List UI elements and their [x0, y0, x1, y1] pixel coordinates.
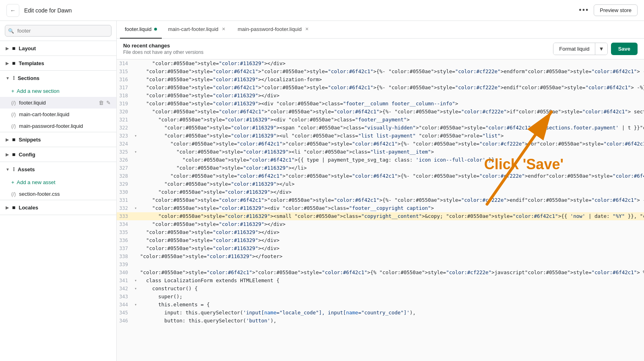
sidebar-item-footer-liquid[interactable]: (/) footer.liquid 🗑 ✎	[0, 97, 116, 109]
fold-arrow[interactable]	[134, 84, 140, 92]
line-number: 346	[117, 317, 134, 325]
add-new-asset-button[interactable]: + Add a new asset	[0, 176, 116, 188]
add-new-section-button[interactable]: + Add a new section	[0, 85, 116, 97]
code-line: 317 "color:#0550ae">style="color:#6f42c1…	[117, 84, 644, 92]
code-line: 338"color:#0550ae">style="color:#116329"…	[117, 252, 644, 260]
chevron-right-icon: ▶	[6, 46, 9, 51]
fold-arrow[interactable]: ▾	[134, 301, 140, 309]
fold-arrow[interactable]	[134, 260, 140, 269]
fold-arrow[interactable]	[134, 76, 140, 84]
sidebar-item-templates[interactable]: ▶ ■ Templates	[0, 56, 116, 70]
fold-arrow[interactable]	[134, 317, 140, 325]
layout-label: Layout	[19, 45, 36, 51]
code-line: 320 "color:#0550ae">style="color:#6f42c1…	[117, 108, 644, 116]
code-line: 340"color:#0550ae">style="color:#6f42c1"…	[117, 269, 644, 277]
fold-arrow[interactable]	[134, 140, 140, 148]
fold-arrow[interactable]: ▾	[134, 277, 140, 285]
sidebar-section-layout: ▶ ■ Layout	[0, 41, 116, 56]
line-number: 340	[117, 269, 134, 277]
line-code: "color:#0550ae">style="color:#6f42c1">"c…	[140, 108, 644, 116]
code-line: 316 "color:#0550ae">style="color:#116329…	[117, 76, 644, 84]
code-line: 327 "color:#0550ae">style="color:#116329…	[117, 164, 644, 172]
fold-arrow[interactable]	[134, 244, 140, 252]
chevron-right-icon: ▶	[6, 137, 9, 142]
fold-arrow[interactable]	[134, 180, 140, 188]
line-number: 333	[117, 212, 134, 220]
code-line: 332▾ "color:#0550ae">style="color:#11632…	[117, 204, 644, 212]
line-code: "color:#0550ae">style="color:#6f42c1">"c…	[140, 68, 644, 76]
sidebar-item-locales[interactable]: ▶ ■ Locales	[0, 200, 116, 215]
line-number: 316	[117, 76, 134, 84]
sidebar-item-main-cart-footer[interactable]: (/) main-cart-footer.liquid	[0, 109, 116, 120]
sidebar-section-sections: ▼ ⁝ Sections + Add a new section (/) foo…	[0, 71, 116, 132]
fold-arrow[interactable]: ▾	[134, 204, 140, 212]
fold-arrow[interactable]	[134, 309, 140, 317]
fold-arrow[interactable]	[134, 92, 140, 100]
fold-arrow[interactable]	[134, 156, 140, 164]
line-number: 332	[117, 204, 134, 212]
fold-arrow[interactable]	[134, 228, 140, 236]
line-code: "color:#0550ae">style="color:#116329"></…	[140, 188, 644, 196]
search-input[interactable]: footer	[5, 25, 111, 37]
fold-arrow[interactable]	[134, 172, 140, 180]
line-number: 318	[117, 92, 134, 100]
fold-arrow[interactable]	[134, 116, 140, 124]
fold-arrow[interactable]	[134, 108, 140, 116]
sidebar-item-config[interactable]: ▶ ■ Config	[0, 147, 116, 162]
fold-arrow[interactable]: ▾	[134, 132, 140, 140]
fold-arrow[interactable]	[134, 220, 140, 228]
format-liquid-button[interactable]: Format liquid	[553, 43, 595, 55]
sidebar-item-main-password-footer[interactable]: (/) main-password-footer.liquid	[0, 120, 116, 132]
sidebar-item-assets[interactable]: ▼ ⁝ Assets	[0, 162, 116, 176]
fold-arrow[interactable]	[134, 164, 140, 172]
sidebar-item-snippets[interactable]: ▶ ■ Snippets	[0, 132, 116, 147]
file-label: main-cart-footer.liquid	[19, 111, 111, 117]
line-number: 325	[117, 148, 134, 156]
line-number: 341	[117, 277, 134, 285]
line-code: "color:#0550ae">style="color:#6f42c1">{{…	[140, 156, 644, 164]
tab-close-button[interactable]: ✕	[304, 27, 310, 32]
fold-arrow[interactable]	[134, 293, 140, 301]
chevron-down-icon: ▼	[6, 76, 10, 80]
more-options-button[interactable]: •••	[579, 6, 589, 14]
tab-main-cart-footer[interactable]: main-cart-footer.liquid ✕	[163, 21, 231, 39]
code-line: 345 input: this.querySelector('input[nam…	[117, 309, 644, 317]
save-button[interactable]: Save	[611, 43, 638, 55]
preview-store-button[interactable]: Preview store	[594, 4, 638, 16]
line-number: 345	[117, 309, 134, 317]
code-line: 335 "color:#0550ae">style="color:#116329…	[117, 228, 644, 236]
delete-icon[interactable]: 🗑	[99, 100, 104, 106]
line-code: "color:#0550ae">style="color:#116329"></…	[140, 76, 644, 84]
sidebar-item-section-footer-css[interactable]: (/) section-footer.css	[0, 188, 116, 200]
line-code: "color:#0550ae">style="color:#6f42c1">"c…	[140, 84, 644, 92]
fold-arrow[interactable]	[134, 100, 140, 108]
back-button[interactable]: ←	[6, 4, 19, 17]
editor-header: No recent changes File does not have any…	[117, 39, 644, 59]
fold-arrow[interactable]	[134, 196, 140, 204]
fold-arrow[interactable]	[134, 236, 140, 244]
fold-arrow[interactable]	[134, 269, 140, 277]
code-line: 343 super();	[117, 293, 644, 301]
file-label: main-password-footer.liquid	[19, 123, 111, 129]
fold-arrow[interactable]	[134, 59, 140, 68]
sidebar-item-sections[interactable]: ▼ ⁝ Sections	[0, 71, 116, 85]
editor-actions: Format liquid ▼ Save	[553, 43, 638, 55]
code-editor[interactable]: 314 "color:#0550ae">style="color:#116329…	[117, 59, 644, 361]
fold-arrow[interactable]	[134, 124, 140, 132]
line-code: constructor() {	[140, 285, 644, 293]
fold-arrow[interactable]: ▾	[134, 148, 140, 156]
edit-icon[interactable]: ✎	[106, 100, 111, 106]
format-dropdown-button[interactable]: ▼	[595, 43, 607, 55]
sidebar-item-layout[interactable]: ▶ ■ Layout	[0, 41, 116, 55]
fold-arrow[interactable]: ▾	[134, 285, 140, 293]
code-line: 318 "color:#0550ae">style="color:#116329…	[117, 92, 644, 100]
line-number: 319	[117, 100, 134, 108]
fold-arrow[interactable]	[134, 188, 140, 196]
tab-footer-liquid[interactable]: footer.liquid	[120, 21, 162, 39]
tab-main-password-footer[interactable]: main-password-footer.liquid ✕	[233, 21, 315, 39]
tab-close-button[interactable]: ✕	[221, 27, 227, 32]
fold-arrow[interactable]	[134, 252, 140, 260]
chevron-down-icon: ▼	[6, 167, 10, 172]
fold-arrow[interactable]	[134, 68, 140, 76]
fold-arrow[interactable]	[134, 212, 140, 220]
